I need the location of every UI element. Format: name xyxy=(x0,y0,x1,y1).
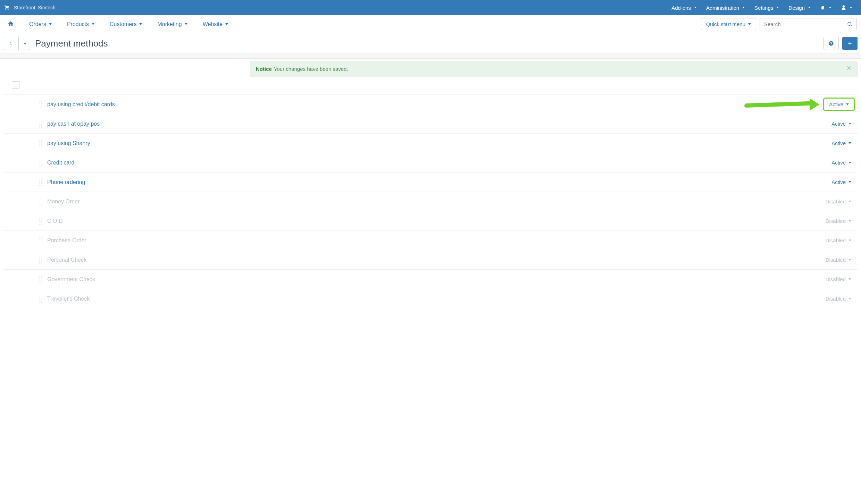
caret-down-icon xyxy=(849,201,851,202)
arrow-left-icon xyxy=(8,41,14,46)
caret-down-icon xyxy=(743,7,745,8)
caret-down-icon xyxy=(24,43,26,44)
bell-icon xyxy=(820,5,826,10)
payment-method-name[interactable]: C.O.D xyxy=(47,218,62,224)
status-label: Disabled xyxy=(826,237,846,243)
drag-handle-icon[interactable] xyxy=(38,198,43,205)
caret-down-icon xyxy=(777,7,779,8)
drag-handle-icon[interactable] xyxy=(38,237,43,244)
caret-down-icon xyxy=(808,7,810,8)
drag-handle-icon[interactable] xyxy=(38,120,43,128)
menu-addons[interactable]: Add-ons xyxy=(667,0,701,15)
payment-method-row: pay cash at opay posActive xyxy=(3,114,858,133)
payment-method-name[interactable]: Personal Check xyxy=(47,257,86,263)
drag-handle-icon[interactable] xyxy=(38,178,43,186)
back-dropdown[interactable] xyxy=(19,37,30,50)
status-selector[interactable]: Active xyxy=(828,177,855,187)
caret-down-icon xyxy=(139,23,142,25)
nav-orders[interactable]: Orders xyxy=(26,21,55,27)
status-selector[interactable]: Disabled xyxy=(822,196,855,207)
home-button[interactable] xyxy=(4,20,17,28)
payment-method-name[interactable]: Purchase Order xyxy=(47,237,86,244)
payment-method-name[interactable]: pay using credit/debit cards xyxy=(47,101,115,108)
status-selector[interactable]: Active xyxy=(828,119,855,129)
nav-products[interactable]: Products xyxy=(64,21,98,27)
payment-method-row: pay using credit/debit cardsActive xyxy=(3,94,858,114)
add-button[interactable] xyxy=(842,37,858,50)
status-selector[interactable]: Active xyxy=(823,98,855,111)
caret-down-icon xyxy=(748,23,751,25)
drag-handle-icon[interactable] xyxy=(38,217,43,225)
status-label: Active xyxy=(831,160,846,166)
storefront-name: Simtech xyxy=(38,5,56,10)
caret-down-icon xyxy=(846,103,849,105)
search-input[interactable] xyxy=(760,18,843,30)
caret-down-icon xyxy=(829,7,831,8)
caret-down-icon xyxy=(849,181,851,183)
status-label: Active xyxy=(831,140,846,146)
status-label: Active xyxy=(829,101,843,107)
storefront-prefix: Storefront: xyxy=(14,5,36,10)
status-label: Disabled xyxy=(826,199,846,204)
home-icon xyxy=(8,20,14,27)
payment-method-row: Traveller's CheckDisabled xyxy=(3,289,858,308)
payment-method-name[interactable]: pay cash at opay pos xyxy=(47,121,100,127)
status-selector[interactable]: Disabled xyxy=(822,255,855,265)
status-label: Disabled xyxy=(826,276,846,282)
status-selector[interactable]: Disabled xyxy=(822,294,855,304)
status-label: Active xyxy=(831,121,846,127)
cart-icon xyxy=(4,5,10,10)
status-selector[interactable]: Active xyxy=(828,138,855,148)
nav-customers[interactable]: Customers xyxy=(106,21,145,27)
caret-down-icon xyxy=(850,7,852,8)
status-selector[interactable]: Disabled xyxy=(822,274,855,284)
status-selector[interactable]: Disabled xyxy=(822,216,855,226)
drag-handle-icon[interactable] xyxy=(38,159,43,167)
notice: Notice Your changes have been saved. xyxy=(250,61,858,77)
menu-design[interactable]: Design xyxy=(784,0,815,15)
nav-website[interactable]: Website xyxy=(199,21,232,27)
payment-method-name[interactable]: Money Order xyxy=(47,199,80,205)
notice-text: Your changes have been saved. xyxy=(274,66,348,72)
payment-method-name[interactable]: Government Check xyxy=(47,276,95,283)
drag-handle-icon[interactable] xyxy=(38,140,43,147)
drag-handle-icon[interactable] xyxy=(38,295,43,303)
status-selector[interactable]: Disabled xyxy=(822,235,855,245)
notice-area: Notice Your changes have been saved. xyxy=(0,59,861,79)
payment-method-name[interactable]: Credit card xyxy=(47,160,74,166)
caret-down-icon xyxy=(849,142,851,144)
status-label: Disabled xyxy=(826,218,846,224)
notice-close[interactable] xyxy=(846,65,852,73)
payment-method-row: Phone orderingActive xyxy=(3,172,858,192)
menu-administration[interactable]: Administration xyxy=(701,0,750,15)
select-all-checkbox[interactable] xyxy=(12,81,19,89)
drag-handle-icon[interactable] xyxy=(38,256,43,264)
menu-settings[interactable]: Settings xyxy=(750,0,784,15)
payment-method-row: C.O.DDisabled xyxy=(3,211,858,230)
caret-down-icon xyxy=(849,278,851,280)
search-icon xyxy=(847,22,853,27)
quick-start-menu[interactable]: Quick start menu xyxy=(701,18,756,30)
status-selector[interactable]: Active xyxy=(828,158,855,168)
main-nav: Orders Products Customers Marketing Webs… xyxy=(0,15,861,33)
payment-method-row: Purchase OrderDisabled xyxy=(3,230,858,250)
list-header xyxy=(3,79,858,94)
nav-marketing[interactable]: Marketing xyxy=(154,21,191,27)
search-group xyxy=(760,18,857,30)
drag-handle-icon[interactable] xyxy=(38,101,43,108)
payment-method-row: Credit cardActive xyxy=(3,153,858,172)
account-button[interactable] xyxy=(836,0,857,15)
help-button[interactable] xyxy=(824,37,839,50)
payment-methods-list: pay using credit/debit cardsActivepay ca… xyxy=(0,79,861,315)
drag-handle-icon[interactable] xyxy=(38,276,43,283)
payment-method-name[interactable]: Traveller's Check xyxy=(47,296,90,302)
payment-method-name[interactable]: Phone ordering xyxy=(47,179,85,185)
back-button[interactable] xyxy=(3,37,19,50)
caret-down-icon xyxy=(849,162,851,163)
payment-method-name[interactable]: pay using Shahry xyxy=(47,140,90,146)
notifications-button[interactable] xyxy=(815,0,836,15)
search-button[interactable] xyxy=(843,18,857,30)
caret-down-icon xyxy=(92,23,94,25)
separator xyxy=(0,54,861,59)
storefront-selector[interactable]: Storefront: Simtech xyxy=(14,5,56,10)
